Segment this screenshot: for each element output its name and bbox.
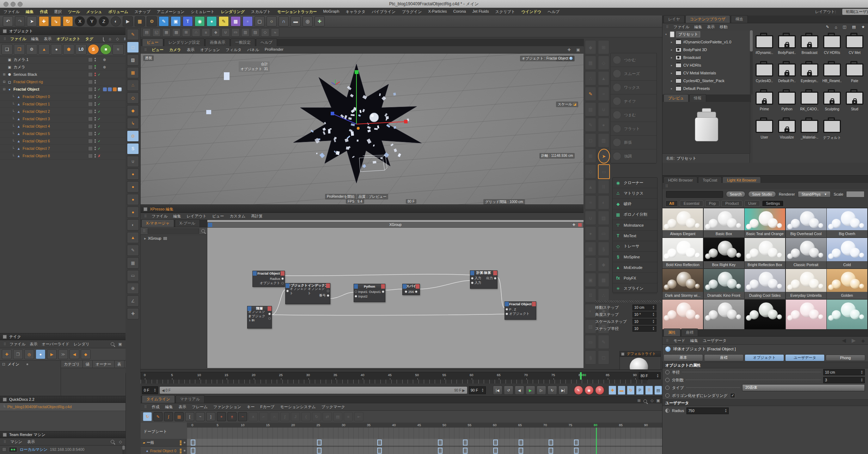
dope-track-一括[interactable]: [187, 439, 662, 446]
layer-chip[interactable]: [88, 117, 93, 121]
live-selection-icon[interactable]: ➤: [27, 16, 37, 26]
modeling-axis-icon[interactable]: ✚: [127, 308, 139, 319]
strip-tool-icon[interactable]: ✎: [598, 335, 609, 349]
userdata-radius-field[interactable]: 750▲▼: [686, 407, 729, 414]
category-All[interactable]: All: [665, 200, 678, 207]
mograph-item-MoText[interactable]: TMoText: [613, 231, 657, 241]
texture-mode-icon[interactable]: ▨: [127, 54, 139, 66]
preview-tab-情報[interactable]: 情報: [689, 94, 706, 102]
vp-menu-表示[interactable]: 表示: [187, 47, 195, 53]
tree-item-Default Presets[interactable]: ▸Default Presets: [662, 85, 750, 92]
strip-tool-icon[interactable]: ▥: [598, 133, 609, 147]
menu-キャラクタ[interactable]: キャラクタ: [346, 9, 365, 14]
mograph-item-MoInstance[interactable]: ∵MoInstance: [613, 220, 657, 231]
mode-tab-ユーザデータ[interactable]: ユーザデータ: [785, 354, 825, 361]
tag-target-icon[interactable]: ⊕: [103, 58, 107, 62]
workplane-icon[interactable]: ▩: [172, 28, 181, 37]
strip-tool-icon[interactable]: ▭: [585, 335, 596, 349]
edges-mode-icon[interactable]: ◇: [127, 92, 139, 104]
render-settings-icon[interactable]: ⚙: [147, 16, 157, 26]
tree-item-Cycles4D_Starter_Pack[interactable]: ▸Cycles4D_Starter_Pack: [662, 77, 750, 85]
mograph-item-MoSpline[interactable]: §MoSpline: [613, 252, 657, 262]
strip-tool-icon[interactable]: ▥: [585, 242, 596, 256]
mograph-item-破砕[interactable]: ◆破砕: [613, 199, 657, 209]
axis-center-icon[interactable]: L0: [75, 44, 87, 55]
lightkit-thumb-Basic Box[interactable]: Basic Box: [704, 208, 745, 237]
tl-menu-作成[interactable]: 作成: [152, 404, 159, 410]
snap-field[interactable]: 10▲▼: [632, 319, 656, 325]
dope-track-Fractal Object 0[interactable]: [187, 447, 662, 454]
preset-icon[interactable]: ◫: [843, 25, 846, 29]
object-name[interactable]: Fractal Object: [13, 87, 39, 91]
object-row[interactable]: └▲Fractal Object 8✗: [0, 152, 126, 160]
light-icon[interactable]: ○: [267, 16, 277, 26]
quantize-icon[interactable]: ∠: [127, 295, 139, 307]
object-row[interactable]: └▲Fractal Object 6✓: [0, 137, 126, 145]
mograph-item-MoExtrude[interactable]: ▲MoExtrude: [613, 262, 657, 273]
autokey-button[interactable]: ◉: [585, 386, 594, 395]
start-frame-field[interactable]: 0 F▲▼: [142, 386, 158, 394]
keyframe[interactable]: [438, 440, 442, 446]
text-tool-icon[interactable]: T: [183, 16, 193, 26]
rotate-icon[interactable]: ↻: [63, 16, 73, 26]
x-lock-icon[interactable]: ●: [127, 168, 139, 180]
object-name[interactable]: Fractal Object 8: [23, 154, 50, 158]
menu-Jet Fluids[interactable]: Jet Fluids: [472, 9, 489, 14]
search-button[interactable]: Search: [726, 191, 745, 197]
object-row[interactable]: └▲Fractal Object 0✓: [0, 93, 126, 100]
keyframe[interactable]: [493, 440, 498, 446]
axis-mode-icon[interactable]: ↳: [127, 118, 139, 129]
eye-icon[interactable]: ◇: [650, 398, 653, 403]
viewport-filter-icon[interactable]: ◇: [261, 28, 269, 37]
timeline-tool-icon[interactable]: [: [185, 412, 194, 421]
array-icon[interactable]: ▫: [243, 16, 253, 26]
timeline-tab-マテリアル[interactable]: マテリアル: [176, 395, 204, 403]
anim-dot-icon[interactable]: [665, 370, 670, 374]
pan-view-icon[interactable]: ✚: [567, 48, 570, 52]
enable-check[interactable]: ✓: [98, 147, 102, 151]
catalog-icon[interactable]: ▤: [852, 25, 856, 29]
xgroup-tree-item[interactable]: XGroup: [148, 236, 161, 240]
object-hierarchy-icon[interactable]: ❏: [1, 44, 13, 55]
timeline-tool-icon[interactable]: ]: [206, 412, 215, 421]
key-parameter-toggle[interactable]: P: [636, 386, 644, 395]
grid-item-HB_Reamt..[interactable]: HB_Reamt..: [821, 61, 843, 83]
uv-grid-icon[interactable]: ▦: [127, 67, 139, 78]
override-icon[interactable]: ●: [36, 349, 45, 359]
strip-tool-icon[interactable]: ▲: [585, 180, 596, 194]
sphere-primitive-icon[interactable]: ●: [207, 16, 217, 26]
cb-tab-コンテンツブラウザ[interactable]: コンテンツブラウザ: [685, 15, 730, 23]
filter-icon[interactable]: ▣: [118, 342, 122, 346]
xp-tab-X-プール[interactable]: X-プール: [175, 219, 200, 227]
lightkit-thumb-Golden[interactable]: Golden: [827, 269, 868, 299]
keyframe[interactable]: [317, 440, 322, 446]
object-name[interactable]: カメラ.1: [13, 57, 29, 62]
port-Radius[interactable]: Radius: [260, 276, 284, 281]
param-field[interactable]: 10 cm▲▼: [823, 369, 865, 375]
locked-workplane-icon[interactable]: ▥: [241, 28, 250, 37]
enable-check[interactable]: ✓: [98, 139, 102, 143]
scale-icon[interactable]: ⇘: [51, 16, 61, 26]
layer-chip[interactable]: [88, 124, 93, 129]
attr-menu-編集[interactable]: 編集: [690, 338, 698, 343]
key-scale-toggle[interactable]: ▬: [618, 386, 625, 395]
object-name[interactable]: Fractal Object 4: [23, 124, 50, 128]
world-coords-icon[interactable]: ●: [127, 207, 139, 218]
grid-item-Default Pr..[interactable]: Default Pr..: [776, 61, 798, 83]
tree-item-CV Metal Materials[interactable]: ▸CV Metal Materials: [662, 69, 750, 77]
strip-tool-icon[interactable]: ◇: [585, 164, 596, 178]
workplane-mode-icon[interactable]: ▭: [231, 28, 240, 37]
keyframe[interactable]: [377, 440, 382, 446]
key-pla-toggle[interactable]: ⠿: [645, 386, 653, 395]
visibility-dots[interactable]: [94, 110, 96, 113]
tag-points-icon[interactable]: [113, 87, 117, 91]
take-menu-レンダリ[interactable]: レンダリ: [74, 342, 90, 347]
dope-row-label-Fractal Object 0[interactable]: ▲Fractal Object 0: [141, 447, 187, 454]
port-オブジェクト[interactable]: オブジェクト: [260, 281, 284, 286]
key-rotation-toggle[interactable]: ↻: [627, 386, 635, 395]
keyframe[interactable]: [463, 440, 467, 446]
pen-icon[interactable]: ✎: [127, 245, 139, 256]
strip-tool-icon[interactable]: ◐: [598, 195, 609, 209]
isoline-icon[interactable]: ≈: [271, 28, 279, 37]
mograph-item-クローナー[interactable]: ◉クローナー: [613, 178, 657, 188]
